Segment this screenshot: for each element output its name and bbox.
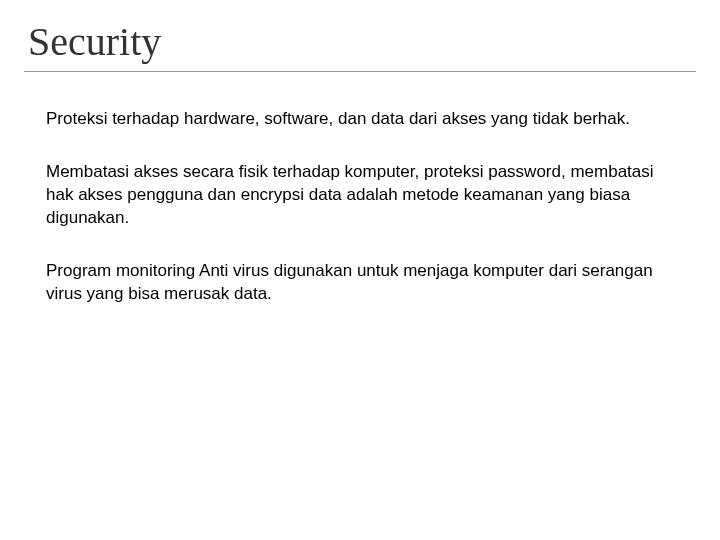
slide-title: Security [28, 18, 696, 65]
slide-body: Proteksi terhadap hardware, software, da… [24, 108, 696, 306]
title-block: Security [24, 18, 696, 72]
slide-container: Security Proteksi terhadap hardware, sof… [0, 0, 720, 540]
paragraph: Program monitoring Anti virus digunakan … [46, 260, 666, 306]
paragraph: Membatasi akses secara fisik terhadap ko… [46, 161, 666, 230]
paragraph: Proteksi terhadap hardware, software, da… [46, 108, 666, 131]
